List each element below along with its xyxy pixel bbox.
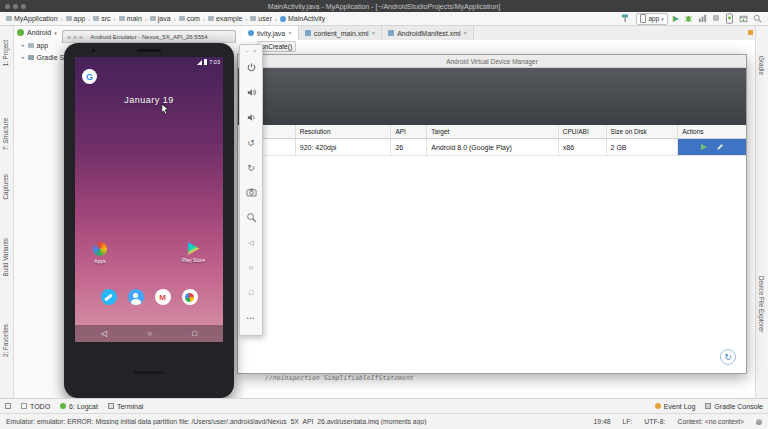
- volume-up-button[interactable]: [240, 80, 262, 105]
- tool-button-captures[interactable]: Captures: [2, 174, 9, 200]
- maximize-window-icon[interactable]: [21, 4, 26, 9]
- contacts-app-icon[interactable]: [128, 289, 144, 305]
- apps-shortcut[interactable]: Apps: [93, 242, 107, 264]
- tool-button-gradle[interactable]: Gradle: [758, 56, 765, 75]
- tool-button-gradle-console[interactable]: Gradle Console: [705, 403, 763, 410]
- breadcrumb-item[interactable]: MyApplication: [6, 15, 58, 22]
- window-controls[interactable]: [5, 4, 26, 9]
- tool-window-bar: TODO 6: Logcat Terminal Event Log Gradle…: [0, 398, 768, 413]
- tool-button-event-log[interactable]: Event Log: [655, 403, 696, 410]
- caret-position[interactable]: 19:48: [593, 418, 610, 425]
- column-resolution[interactable]: Resolution: [296, 125, 392, 138]
- class-icon: [280, 16, 286, 22]
- tool-button-build-variants[interactable]: Build Variants: [2, 238, 9, 276]
- close-window-icon[interactable]: [5, 4, 10, 9]
- column-size-on-disk[interactable]: Size on Disk: [607, 125, 679, 138]
- close-tab-icon[interactable]: ×: [464, 30, 468, 36]
- avd-manager-icon[interactable]: [725, 13, 734, 25]
- expand-arrow-icon[interactable]: ▸: [22, 54, 25, 60]
- tool-button-terminal[interactable]: Terminal: [108, 403, 143, 410]
- search-icon[interactable]: [753, 14, 762, 24]
- tool-button-structure[interactable]: 7: Structure: [2, 118, 9, 151]
- overview-button[interactable]: □: [192, 329, 197, 338]
- breadcrumb-item[interactable]: com: [179, 15, 200, 22]
- encoding-indicator[interactable]: UTF-8:: [644, 418, 665, 425]
- java-class-icon: [248, 30, 254, 36]
- tab-androidmanifest-xml[interactable]: AndroidManifest.xml ×: [382, 26, 474, 40]
- close-icon[interactable]: ×: [253, 48, 256, 54]
- back-button[interactable]: ◁: [240, 230, 262, 255]
- screenshot-camera-button[interactable]: [240, 180, 262, 205]
- minimize-window-icon[interactable]: [13, 4, 18, 9]
- zoom-button[interactable]: [240, 205, 262, 230]
- close-tab-icon[interactable]: ×: [288, 30, 292, 36]
- photos-app-icon[interactable]: [182, 289, 198, 305]
- expand-arrow-icon[interactable]: ▸: [22, 42, 25, 48]
- code-line: //noinspection SimplifiableIfStatement: [242, 375, 755, 383]
- phone-app-icon[interactable]: [101, 289, 117, 305]
- close-tab-icon[interactable]: ×: [372, 30, 376, 36]
- power-button[interactable]: [240, 55, 262, 80]
- breadcrumb-item[interactable]: user: [250, 15, 272, 22]
- rotate-left-button[interactable]: ↺: [240, 130, 262, 155]
- tool-button-device-file-explorer[interactable]: Device File Explorer: [758, 276, 765, 332]
- stop-button[interactable]: [712, 14, 720, 23]
- breadcrumb-item[interactable]: java: [150, 15, 171, 22]
- device-table-row[interactable]: 920: 420dpi 26 Android 8.0 (Google Play)…: [238, 139, 746, 156]
- inspection-marker: [748, 30, 753, 35]
- more-options-button[interactable]: •••: [240, 305, 262, 330]
- phone-screen[interactable]: 7:03 G January 19 Apps Play Store: [75, 57, 223, 342]
- close-window-icon[interactable]: [67, 36, 71, 40]
- column-actions[interactable]: Actions: [678, 125, 746, 138]
- tab-content-main-xml[interactable]: content_main.xml ×: [299, 26, 382, 40]
- play-store-shortcut[interactable]: Play Store: [182, 242, 205, 264]
- overview-button[interactable]: □: [240, 280, 262, 305]
- tab-mainactivity-java[interactable]: tivity.java ×: [242, 26, 299, 40]
- rotate-right-button[interactable]: ↻: [240, 155, 262, 180]
- google-search-widget[interactable]: G: [82, 69, 97, 84]
- breadcrumb-item[interactable]: example: [208, 15, 242, 22]
- edit-avd-icon[interactable]: [716, 143, 724, 152]
- toolbar-window-controls[interactable]: – ×: [246, 46, 256, 55]
- column-api[interactable]: API: [391, 125, 427, 138]
- xml-file-icon: [305, 30, 311, 36]
- breadcrumb-item[interactable]: app: [66, 15, 86, 22]
- breadcrumb-item-class[interactable]: MainActivity: [280, 15, 325, 22]
- breadcrumb-separator-icon: ›: [61, 16, 63, 22]
- android-status-bar: 7:03: [197, 59, 220, 65]
- tool-button-project[interactable]: 1: Project: [2, 40, 9, 67]
- volume-down-button[interactable]: [240, 105, 262, 130]
- sdk-manager-icon[interactable]: [739, 14, 748, 24]
- launch-avd-icon[interactable]: [701, 144, 707, 150]
- tool-button-favorites[interactable]: 2: Favorites: [2, 324, 9, 357]
- build-hammer-icon[interactable]: [621, 13, 631, 24]
- refresh-button[interactable]: ↻: [720, 349, 736, 365]
- line-ending-indicator[interactable]: LF:: [623, 418, 633, 425]
- gmail-app-icon[interactable]: M: [155, 289, 171, 305]
- avd-window-title-bar: Android Virtual Device Manager: [238, 55, 746, 68]
- run-button[interactable]: ▶: [673, 15, 679, 23]
- profiler-icon[interactable]: [698, 14, 707, 24]
- tool-button-todo[interactable]: TODO: [21, 403, 50, 410]
- breadcrumb-item[interactable]: main: [119, 15, 142, 22]
- minimize-window-icon[interactable]: [73, 36, 77, 40]
- tool-window-switcher-icon[interactable]: [5, 403, 11, 409]
- tool-button-logcat[interactable]: 6: Logcat: [60, 403, 98, 410]
- debug-button[interactable]: [684, 14, 693, 24]
- run-configuration-select[interactable]: app ▾: [636, 13, 667, 25]
- emulator-title-bar[interactable]: Android Emulator - Nexus_5X_API_26:5554: [62, 30, 236, 43]
- home-button[interactable]: ○: [147, 329, 152, 338]
- column-cpu-abi[interactable]: CPU/ABI: [559, 125, 607, 138]
- breadcrumb-item[interactable]: src: [93, 15, 110, 22]
- back-button[interactable]: ◁: [101, 329, 107, 338]
- minimize-icon[interactable]: –: [246, 48, 249, 54]
- android-studio-window: MainActivity.java - MyApplication - [~/A…: [0, 0, 768, 429]
- folder-icon: [119, 16, 125, 21]
- maximize-window-icon[interactable]: [79, 36, 83, 40]
- context-indicator[interactable]: Context: <no context>: [677, 418, 744, 425]
- status-message[interactable]: Emulator: emulator: ERROR: Missing initi…: [6, 418, 581, 425]
- window-controls[interactable]: [67, 36, 83, 40]
- highlighting-level-icon[interactable]: [756, 419, 762, 425]
- home-button[interactable]: ○: [240, 255, 262, 280]
- column-target[interactable]: Target: [427, 125, 558, 138]
